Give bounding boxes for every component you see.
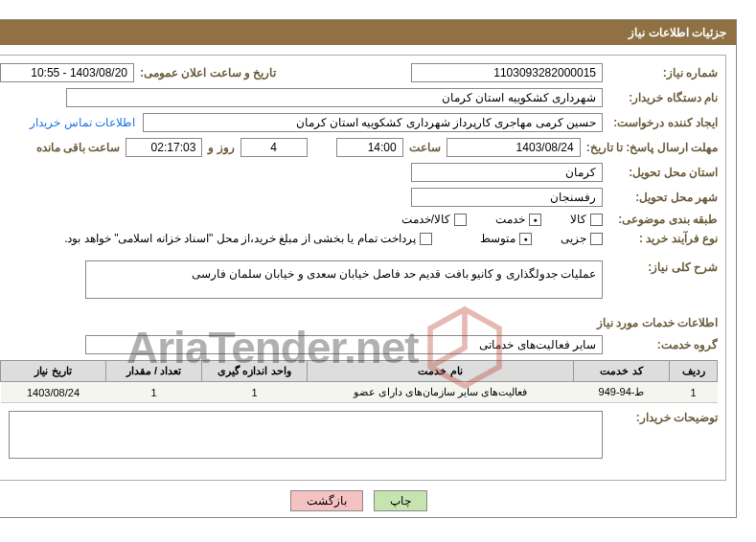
field-need-no: 1103093282000015: [411, 63, 603, 82]
check-goods-service[interactable]: کالا/خدمت: [401, 213, 467, 226]
print-button[interactable]: چاپ: [374, 490, 427, 511]
th-date: تاریخ نیاز: [1, 361, 106, 382]
th-row: ردیف: [670, 361, 718, 382]
table-row: 1 ط-94-949 فعالیت‌های سایر سازمان‌های دا…: [1, 382, 718, 403]
label-buyer-org: نام دستگاه خریدار:: [603, 91, 718, 104]
check-label-goods: کالا: [570, 213, 586, 226]
radio-checked-icon: [519, 233, 532, 245]
field-delivery-city: رفسنجان: [411, 188, 603, 207]
th-unit: واحد اندازه گیری: [202, 361, 308, 382]
cell-name: فعالیت‌های سایر سازمان‌های دارای عضو: [308, 382, 574, 403]
th-code: کد خدمت: [574, 361, 670, 382]
label-subject-cat: طبقه بندی موضوعی:: [603, 213, 718, 226]
field-need-desc: عملیات جدولگذاری و کانیو بافت قدیم حد فا…: [85, 260, 603, 299]
checkbox-icon: [420, 233, 432, 245]
cell-code: ط-94-949: [574, 382, 670, 403]
label-service-group: گروه خدمت:: [603, 338, 718, 351]
back-button[interactable]: بازگشت: [290, 490, 363, 511]
cell-unit: 1: [202, 382, 308, 403]
label-days-and: روز و: [208, 141, 234, 154]
field-days: 4: [241, 138, 308, 157]
label-delivery-prov: استان محل تحویل:: [603, 166, 718, 179]
label-hour: ساعت: [409, 141, 441, 154]
label-requester: ایجاد کننده درخواست:: [603, 116, 718, 129]
radio-label-medium: متوسط: [480, 232, 515, 245]
label-need-desc: شرح کلی نیاز:: [603, 260, 718, 274]
th-name: نام خدمت: [308, 361, 574, 382]
field-buyer-notes: [9, 411, 603, 459]
th-qty: تعداد / مقدار: [106, 361, 202, 382]
pay-note-text: پرداخت تمام یا بخشی از مبلغ خرید،از محل …: [64, 232, 416, 245]
radio-icon: [590, 233, 603, 245]
field-reply-date: 1403/08/24: [447, 138, 581, 157]
cell-date: 1403/08/24: [1, 382, 106, 403]
check-label-goods-service: کالا/خدمت: [401, 213, 450, 226]
label-reply-deadline: مهلت ارسال پاسخ: تا تاریخ:: [581, 141, 718, 154]
checkbox-checked-icon: [529, 214, 541, 226]
field-reply-time: 14:00: [336, 138, 403, 157]
label-buyer-notes: توضیحات خریدار:: [603, 411, 718, 424]
field-buyer-org: شهرداری کشکوییه استان کرمان: [66, 88, 603, 107]
service-table: ردیف کد خدمت نام خدمت واحد اندازه گیری ت…: [0, 360, 718, 403]
label-purchase-type: نوع فرآیند خرید :: [603, 232, 718, 245]
label-time-remain: ساعت باقی مانده: [36, 141, 121, 154]
field-remaining: 02:17:03: [126, 138, 202, 157]
field-announce-dt: 1403/08/20 - 10:55: [0, 63, 134, 82]
label-announce-dt: تاریخ و ساعت اعلان عمومی:: [134, 66, 276, 79]
checkbox-icon: [454, 214, 467, 226]
label-delivery-city: شهر محل تحویل:: [603, 191, 718, 204]
checkbox-icon: [590, 214, 603, 226]
field-delivery-prov: کرمان: [411, 163, 603, 182]
check-pay-note[interactable]: پرداخت تمام یا بخشی از مبلغ خرید،از محل …: [64, 232, 432, 245]
field-requester: حسین کرمی مهاجری کارپرداز شهرداری کشکویی…: [143, 113, 603, 132]
field-service-group: سایر فعالیت‌های خدماتی: [85, 335, 603, 354]
button-row: چاپ بازگشت: [0, 490, 736, 511]
main-panel: جزئیات اطلاعات نیاز AriaTender.net شماره…: [0, 19, 737, 518]
check-goods[interactable]: کالا: [570, 213, 603, 226]
radio-partial[interactable]: جزیی: [561, 232, 603, 245]
check-label-service: خدمت: [495, 213, 525, 226]
section-service-info: اطلاعات خدمات مورد نیاز: [0, 316, 718, 329]
panel-title: جزئیات اطلاعات نیاز: [0, 20, 736, 45]
form-body: AriaTender.net شماره نیاز: 1103093282000…: [0, 55, 726, 481]
radio-label-partial: جزیی: [561, 232, 586, 245]
check-service[interactable]: خدمت: [495, 213, 541, 226]
contact-link[interactable]: اطلاعات تماس خریدار: [30, 116, 135, 129]
radio-medium[interactable]: متوسط: [480, 232, 532, 245]
cell-row: 1: [670, 382, 718, 403]
cell-qty: 1: [106, 382, 202, 403]
label-need-no: شماره نیاز:: [603, 66, 718, 79]
